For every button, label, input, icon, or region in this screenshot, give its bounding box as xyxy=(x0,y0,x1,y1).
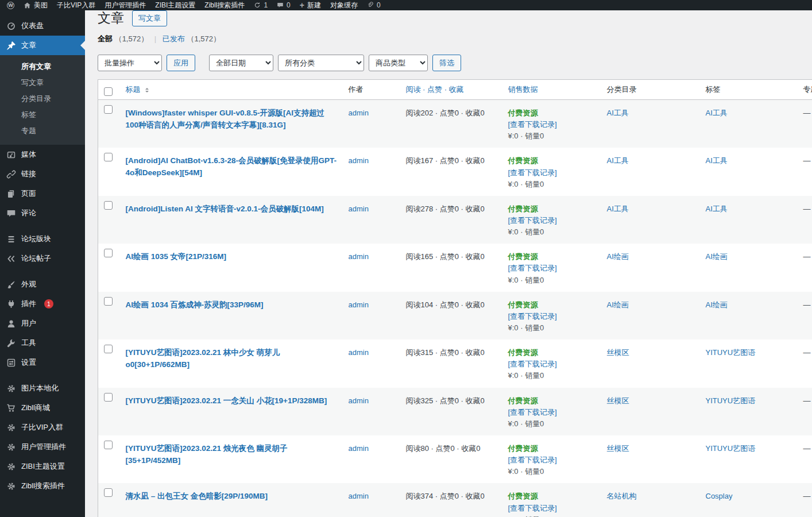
category-link[interactable]: 丝模区 xyxy=(607,348,629,357)
author-link[interactable]: admin xyxy=(349,156,369,165)
sidebar-item-forum-posts[interactable]: 论坛帖子 xyxy=(0,249,85,268)
comments-indicator[interactable]: 0 xyxy=(272,0,295,10)
view-published-link[interactable]: 已发布 xyxy=(163,34,185,43)
tag-link[interactable]: YITUYU艺图语 xyxy=(706,348,756,357)
tag-link[interactable]: AI工具 xyxy=(706,109,728,117)
category-link[interactable]: AI工具 xyxy=(607,205,629,213)
post-title-link[interactable]: [YITUYU艺图语]2023.02.21 烛光夜色 幽灵胡子[35+1P/45… xyxy=(126,444,288,465)
download-records-link[interactable]: [查看下载记录] xyxy=(508,503,596,514)
sidebar-item-settings[interactable]: 设置 xyxy=(0,353,85,372)
post-title-link[interactable]: AI绘画 1035 女帝[21P/316M] xyxy=(126,252,227,261)
sidebar-item-comments[interactable]: 评论 xyxy=(0,203,85,223)
sidebar-item-user-mgmt[interactable]: 用户管理插件 xyxy=(0,437,85,457)
post-title-link[interactable]: [YITUYU艺图语]2023.02.21 林中少女 萌芽儿o0[30+1P/6… xyxy=(126,348,280,369)
category-link[interactable]: AI工具 xyxy=(607,109,629,117)
object-cache-item[interactable]: 对象缓存 xyxy=(326,0,362,10)
download-records-link[interactable]: [查看下载记录] xyxy=(508,311,596,322)
sidebar-item-plugins[interactable]: 插件 1 xyxy=(0,294,85,314)
new-content-button[interactable]: + 新建 xyxy=(295,0,326,10)
submenu-tags[interactable]: 标签 xyxy=(0,107,85,123)
row-checkbox[interactable] xyxy=(104,153,113,161)
row-checkbox[interactable] xyxy=(104,105,113,114)
column-header-title[interactable]: 标题 xyxy=(126,85,143,94)
sidebar-item-users[interactable]: 用户 xyxy=(0,314,85,333)
category-link[interactable]: AI工具 xyxy=(607,156,629,165)
select-all-checkbox[interactable] xyxy=(104,87,113,96)
apply-button[interactable]: 应用 xyxy=(167,55,195,71)
tag-link[interactable]: YITUYU艺图语 xyxy=(706,396,756,405)
sidebar-item-media[interactable]: 媒体 xyxy=(0,145,85,164)
sidebar-item-forum-sections[interactable]: 论坛版块 xyxy=(0,229,85,249)
tag-link[interactable]: AI绘画 xyxy=(706,252,728,261)
submenu-all-posts[interactable]: 所有文章 xyxy=(0,59,85,75)
post-title-link[interactable]: 清水凪 – 出包王女 金色暗影[29P/190MB] xyxy=(126,492,268,500)
author-link[interactable]: admin xyxy=(349,348,369,357)
date-filter-select[interactable]: 全部日期 xyxy=(209,55,273,71)
row-checkbox[interactable] xyxy=(104,441,113,449)
sidebar-item-appearance[interactable]: 外观 xyxy=(0,275,85,294)
download-records-link[interactable]: [查看下载记录] xyxy=(508,358,596,370)
tag-link[interactable]: AI工具 xyxy=(706,205,728,213)
category-link[interactable]: AI绘画 xyxy=(607,252,629,261)
download-records-link[interactable]: [查看下载记录] xyxy=(508,407,596,418)
download-records-link[interactable]: [查看下载记录] xyxy=(508,119,596,130)
add-new-post-button[interactable]: 写文章 xyxy=(132,10,167,26)
category-filter-select[interactable]: 所有分类 xyxy=(278,55,364,71)
row-checkbox[interactable] xyxy=(104,488,113,497)
category-link[interactable]: 丝模区 xyxy=(607,444,629,453)
post-title-link[interactable]: AI绘画 1034 百炼成神-苏灵韵[33P/96M] xyxy=(126,300,264,309)
post-title-link[interactable]: [Android]AI ChatBot-v1.6.3-28-会员破解版[免登录使… xyxy=(126,156,337,177)
sidebar-item-zibll-search[interactable]: Zibll搜索插件 xyxy=(0,476,85,496)
adminbar-item-zibi-theme[interactable]: ZIBI主题设置 xyxy=(150,0,200,10)
sidebar-item-zibi-vip[interactable]: 子比VIP入群 xyxy=(0,418,85,437)
filter-button[interactable]: 筛选 xyxy=(432,55,461,71)
post-title-link[interactable]: [YITUYU艺图语]2023.02.21 一念关山 小花[19+1P/328M… xyxy=(126,396,327,405)
product-type-select[interactable]: 商品类型 xyxy=(369,55,428,71)
download-records-link[interactable]: [查看下载记录] xyxy=(508,263,596,274)
sidebar-item-links[interactable]: 链接 xyxy=(0,164,85,184)
sidebar-item-zibll-shop[interactable]: Zibll商城 xyxy=(0,398,85,418)
submenu-new-post[interactable]: 写文章 xyxy=(0,75,85,91)
wordpress-logo[interactable]: W xyxy=(2,0,19,10)
sidebar-item-posts[interactable]: 文章 xyxy=(0,36,85,55)
category-link[interactable]: 丝模区 xyxy=(607,396,629,405)
row-checkbox[interactable] xyxy=(104,249,113,257)
tag-link[interactable]: AI工具 xyxy=(706,156,728,165)
collapse-menu-button[interactable]: 收起菜单 xyxy=(0,511,85,517)
column-header-sales[interactable]: 销售数据 xyxy=(508,85,538,94)
site-name-link[interactable]: 美图 xyxy=(19,0,52,10)
bulk-actions-select[interactable]: 批量操作 xyxy=(98,55,162,71)
download-records-link[interactable]: [查看下载记录] xyxy=(508,215,596,226)
category-link[interactable]: AI绘画 xyxy=(607,300,629,309)
author-link[interactable]: admin xyxy=(349,492,369,500)
column-header-stats[interactable]: 阅读 · 点赞 · 收藏 xyxy=(406,85,464,94)
adminbar-item-user-mgmt[interactable]: 用户管理插件 xyxy=(100,0,150,10)
submenu-topics[interactable]: 专题 xyxy=(0,123,85,139)
row-checkbox[interactable] xyxy=(104,393,113,402)
adminbar-item-zibi-vip[interactable]: 子比VIP入群 xyxy=(52,0,100,10)
row-checkbox[interactable] xyxy=(104,345,113,353)
author-link[interactable]: admin xyxy=(349,252,369,261)
sidebar-item-pages[interactable]: 页面 xyxy=(0,184,85,203)
row-checkbox[interactable] xyxy=(104,297,113,306)
download-records-link[interactable]: [查看下载记录] xyxy=(508,454,596,466)
view-all-link[interactable]: 全部 xyxy=(98,34,113,43)
tag-link[interactable]: YITUYU艺图语 xyxy=(706,444,756,453)
tag-link[interactable]: Cosplay xyxy=(706,492,733,500)
sidebar-item-zibi-theme[interactable]: ZIBI主题设置 xyxy=(0,457,85,476)
row-checkbox[interactable] xyxy=(104,201,113,210)
download-records-link[interactable]: [查看下载记录] xyxy=(508,167,596,179)
author-link[interactable]: admin xyxy=(349,109,369,117)
author-link[interactable]: admin xyxy=(349,396,369,405)
post-title-link[interactable]: [Android]Listen AI 文字转语音-v2.0.1-会员破解版[10… xyxy=(126,205,324,213)
updates-indicator[interactable]: 1 xyxy=(249,0,272,10)
sidebar-item-dashboard[interactable]: 仪表盘 xyxy=(0,16,85,36)
tag-link[interactable]: AI绘画 xyxy=(706,300,728,309)
author-link[interactable]: admin xyxy=(349,300,369,309)
links-indicator[interactable]: 0 xyxy=(362,0,385,10)
author-link[interactable]: admin xyxy=(349,444,369,453)
post-title-link[interactable]: [Windows]faster whisper GUI-v0.8.5-开源版[A… xyxy=(126,109,324,129)
category-link[interactable]: 名站机构 xyxy=(607,492,637,500)
submenu-categories[interactable]: 分类目录 xyxy=(0,91,85,107)
sidebar-item-tools[interactable]: 工具 xyxy=(0,333,85,353)
